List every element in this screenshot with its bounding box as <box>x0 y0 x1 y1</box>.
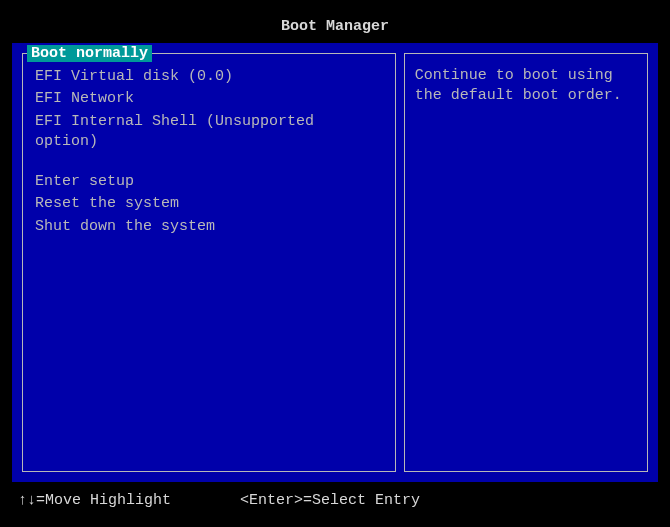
boot-manager-screen: Boot Manager Boot normally EFI Virtual d… <box>0 0 670 527</box>
reset-system-option[interactable]: Reset the system <box>31 193 387 215</box>
page-title: Boot Manager <box>0 0 670 43</box>
boot-devices-group: EFI Virtual disk (0.0) EFI Network EFI I… <box>31 66 387 153</box>
boot-option-efi-network[interactable]: EFI Network <box>31 88 387 110</box>
shutdown-system-option[interactable]: Shut down the system <box>31 216 387 238</box>
description-panel: Continue to boot using the default boot … <box>404 53 648 472</box>
select-hint: <Enter>=Select Entry <box>240 492 420 509</box>
system-actions-group: Enter setup Reset the system Shut down t… <box>31 171 387 238</box>
enter-setup-option[interactable]: Enter setup <box>31 171 387 193</box>
boot-menu-panel: Boot normally EFI Virtual disk (0.0) EFI… <box>22 53 396 472</box>
move-hint: ↑↓=Move Highlight <box>18 492 171 509</box>
keyboard-hints: ↑↓=Move Highlight <Enter>=Select Entry <box>0 482 670 527</box>
boot-option-efi-virtual-disk[interactable]: EFI Virtual disk (0.0) <box>31 66 387 88</box>
selected-boot-option[interactable]: Boot normally <box>27 45 152 62</box>
boot-option-efi-shell[interactable]: EFI Internal Shell (Unsupported option) <box>31 111 387 154</box>
option-description: Continue to boot using the default boot … <box>415 66 637 107</box>
main-content: Boot normally EFI Virtual disk (0.0) EFI… <box>12 43 658 482</box>
